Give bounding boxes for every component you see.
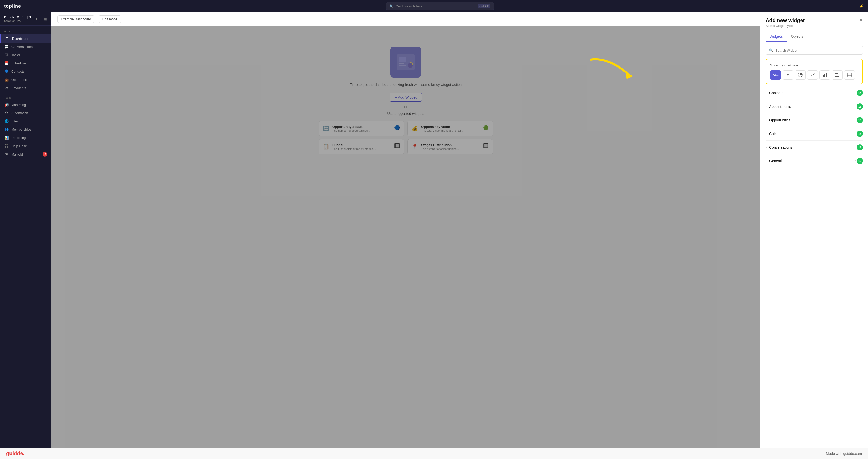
payments-icon: 🗂 [4, 86, 9, 90]
lightning-icon[interactable]: ⚡ [859, 4, 864, 9]
sidebar-item-label: Scheduler [11, 61, 26, 65]
chart-filter-label: Show by chart type [770, 63, 858, 67]
sidebar-item-label: Dashboard [12, 37, 29, 40]
sidebar-item-label: Help Desk [11, 144, 27, 148]
category-calls[interactable]: › Calls 13 [766, 127, 863, 141]
filter-pie-button[interactable] [795, 70, 806, 80]
tools-section-label: Tools [0, 92, 51, 101]
chevron-right-icon: › [766, 91, 767, 95]
svg-marker-5 [625, 72, 633, 79]
chevron-right-icon: › [766, 105, 767, 108]
chevron-right-icon: › [766, 118, 767, 122]
workspace-selector[interactable]: Dunder Mifflin [D... Scranton, PA ▾ ⊞ [0, 12, 51, 26]
sidebar-item-label: Memberships [11, 128, 31, 131]
sidebar-item-memberships[interactable]: 👥 Memberships [0, 125, 51, 133]
svg-rect-7 [823, 75, 824, 77]
svg-rect-11 [835, 75, 837, 75]
guidde-logo: guidde. [6, 451, 24, 456]
svg-rect-13 [847, 73, 851, 77]
sidebar-item-conversations[interactable]: 💬 Conversations [0, 42, 51, 51]
sidebar-item-dashboard[interactable]: ⊞ Dashboard [0, 34, 51, 42]
tab-objects[interactable]: Objects [787, 32, 807, 41]
category-opportunities[interactable]: › Opportunities 16 [766, 114, 863, 127]
category-name: Opportunities [769, 118, 857, 122]
svg-rect-9 [826, 73, 827, 77]
automation-icon: ⚙ [4, 111, 9, 115]
filter-table-button[interactable] [844, 70, 855, 80]
close-button[interactable]: ✕ [859, 18, 863, 23]
sidebar-item-label: Contacts [11, 69, 24, 73]
conversations-icon: 💬 [4, 45, 9, 49]
chevron-right-icon: › [766, 146, 767, 149]
sidebar-item-payments[interactable]: 🗂 Payments [0, 84, 51, 92]
category-appointments[interactable]: › Appointments 15 [766, 100, 863, 114]
workspace-sub: Scranton, PA [4, 19, 34, 22]
apps-section-label: Apps [0, 26, 51, 34]
category-name: Conversations [769, 145, 857, 149]
svg-rect-8 [825, 74, 826, 77]
dashboard-name[interactable]: Example Dashboard [58, 16, 94, 23]
footer-credit: Made with guidde.com [826, 452, 862, 456]
svg-rect-12 [835, 76, 839, 77]
panel-search[interactable]: 🔍 [766, 46, 863, 55]
tasks-icon: ☑ [4, 53, 9, 57]
sidebar-item-contacts[interactable]: 👤 Contacts [0, 67, 51, 75]
sidebar-item-label: Marketing [11, 103, 26, 107]
sidebar-item-mailfold[interactable]: ✉ Mailfold 12 [0, 150, 51, 159]
grid-icon: ⊞ [44, 17, 47, 21]
sidebar-item-tasks[interactable]: ☑ Tasks [0, 51, 51, 59]
category-general[interactable]: › General ℹ 13 [766, 154, 863, 168]
mailfold-icon: ✉ [4, 152, 9, 156]
app-logo: topline [4, 4, 21, 9]
sidebar-item-marketing[interactable]: 📢 Marketing [0, 101, 51, 109]
filter-hbar-button[interactable] [832, 70, 843, 80]
filter-bar-button[interactable] [819, 70, 830, 80]
filter-all-button[interactable]: ALL [770, 70, 781, 80]
search-shortcut: Ctrl + K [478, 4, 491, 8]
marketing-icon: 📢 [4, 103, 9, 107]
sidebar-item-helpdesk[interactable]: 🎧 Help Desk [0, 142, 51, 150]
category-name: General [769, 159, 854, 163]
category-count: 15 [857, 103, 863, 110]
search-input[interactable] [775, 49, 860, 52]
sidebar-item-label: Conversations [11, 45, 33, 49]
scheduler-icon: 📅 [4, 61, 9, 65]
sidebar: Dunder Mifflin [D... Scranton, PA ▾ ⊞ Ap… [0, 0, 51, 459]
category-contacts[interactable]: › Contacts 14 [766, 86, 863, 100]
sidebar-item-label: Sites [11, 119, 19, 123]
panel-subtitle: Select widget type [766, 24, 805, 28]
svg-rect-10 [835, 73, 838, 74]
sidebar-item-label: Payments [11, 86, 26, 90]
sites-icon: 🌐 [4, 119, 9, 123]
dashboard-icon: ⊞ [5, 36, 9, 40]
search-bar[interactable]: 🔍 Quick search here Ctrl + K [386, 2, 494, 10]
right-panel: Add new widget Select widget type ✕ Widg… [760, 0, 868, 459]
sidebar-item-label: Tasks [11, 53, 20, 57]
memberships-icon: 👥 [4, 127, 9, 131]
filter-line-button[interactable] [807, 70, 818, 80]
sidebar-item-reporting[interactable]: 📊 Reporting [0, 133, 51, 142]
widget-categories: › Contacts 14 › Appointments 15 › Opport… [761, 84, 868, 459]
mailfold-badge: 12 [42, 152, 47, 157]
category-name: Appointments [769, 104, 857, 109]
sidebar-item-sites[interactable]: 🌐 Sites [0, 117, 51, 125]
helpdesk-icon: 🎧 [4, 144, 9, 148]
sidebar-item-opportunities[interactable]: 💼 Opportunities [0, 75, 51, 84]
category-count: 14 [857, 90, 863, 96]
search-placeholder: Quick search here [396, 4, 476, 8]
chevron-right-icon: › [766, 159, 767, 163]
edit-mode-button[interactable]: Edit mode [98, 16, 121, 23]
workspace-name: Dunder Mifflin [D... [4, 16, 34, 19]
sidebar-item-automation[interactable]: ⚙ Automation [0, 109, 51, 117]
search-icon: 🔍 [389, 4, 394, 8]
overlay [51, 26, 760, 459]
panel-header: Add new widget Select widget type ✕ [761, 12, 868, 28]
category-count: 13 [857, 158, 863, 164]
category-conversations[interactable]: › Conversations 12 [766, 141, 863, 154]
category-count: 16 [857, 117, 863, 123]
filter-number-button[interactable]: # [782, 70, 793, 80]
tab-widgets[interactable]: Widgets [766, 32, 787, 41]
category-name: Contacts [769, 91, 857, 95]
sidebar-item-scheduler[interactable]: 📅 Scheduler [0, 59, 51, 67]
sidebar-item-label: Opportunities [11, 78, 31, 82]
